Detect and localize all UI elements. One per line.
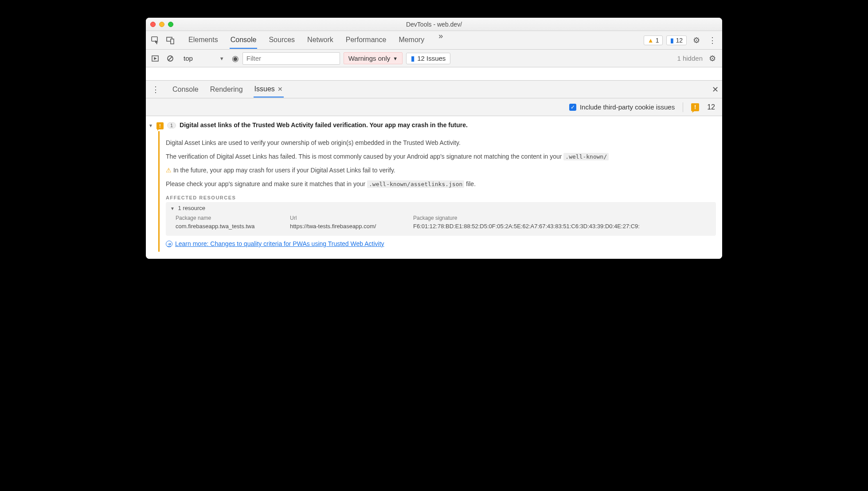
learn-more-link[interactable]: ➜ Learn more: Changes to quality criteri… — [166, 240, 384, 247]
device-toggle-icon[interactable] — [164, 35, 176, 46]
drawer-tab-issues-label: Issues — [254, 85, 275, 93]
svg-rect-2 — [171, 39, 174, 44]
table-row: com.firebaseapp.twa_tests.twa https://tw… — [170, 222, 712, 230]
context-value: top — [184, 55, 193, 62]
issue-occurrence-count: 1 — [167, 122, 176, 129]
issue-paragraph: The verification of Digital Asset Links … — [166, 152, 716, 161]
drawer-tab-console[interactable]: Console — [172, 82, 199, 97]
issues-button-label: 12 Issues — [417, 55, 446, 62]
issue-paragraph: Digital Asset Links are used to verify y… — [166, 138, 716, 148]
issue-title: Digital asset links of the Trusted Web A… — [180, 121, 468, 129]
overflow-tabs-icon[interactable]: » — [436, 31, 446, 49]
issue-severity-icon: ! — [156, 122, 164, 129]
live-expression-icon[interactable]: ◉ — [232, 54, 239, 63]
cell-url: https://twa-tests.firebaseapp.com/ — [290, 223, 405, 230]
third-party-label: Include third-party cookie issues — [580, 103, 675, 111]
hidden-count-label[interactable]: 1 hidden — [677, 55, 703, 62]
cell-package-signature: F6:01:12:78:BD:E1:88:52:D5:0F:05:2A:5E:6… — [413, 223, 712, 230]
devtools-window: DevTools - web.dev/ Elements Console Sou… — [146, 18, 722, 259]
resources-table: Package name Url Package signature com.f… — [170, 214, 712, 230]
drawer-kebab-icon[interactable]: ⋮ — [149, 85, 162, 94]
issues-list: ▼ ! 1 Digital asset links of the Trusted… — [146, 116, 722, 259]
dropdown-caret-icon: ▼ — [393, 56, 398, 61]
column-package-name: Package name — [176, 215, 282, 221]
main-tabs: Elements Console Sources Network Perform… — [188, 31, 640, 49]
issue-header-row[interactable]: ▼ ! 1 Digital asset links of the Trusted… — [146, 120, 722, 131]
close-drawer-icon[interactable]: ✕ — [712, 85, 719, 94]
issue-paragraph: ⚠ In the future, your app may crash for … — [166, 166, 716, 175]
arrow-circle-icon: ➜ — [166, 241, 172, 247]
message-icon: ▮ — [411, 55, 414, 62]
open-issues-button[interactable]: ▮ 12 Issues — [406, 53, 450, 64]
affected-resources-heading: Affected Resources — [166, 195, 716, 200]
warnings-count-pill[interactable]: ▲ 1 — [644, 35, 663, 45]
svg-line-5 — [168, 57, 172, 60]
expand-caret-icon[interactable]: ▼ — [149, 123, 153, 128]
messages-count-pill[interactable]: ▮ 12 — [666, 35, 687, 45]
warning-icon: ▲ — [648, 37, 654, 44]
drawer-tab-issues[interactable]: Issues ✕ — [254, 82, 284, 97]
drawer-tab-rendering[interactable]: Rendering — [209, 82, 244, 97]
clear-console-icon[interactable] — [164, 53, 176, 64]
titlebar: DevTools - web.dev/ — [146, 18, 722, 31]
table-header-row: Package name Url Package signature — [170, 214, 712, 222]
tab-network[interactable]: Network — [306, 31, 334, 49]
learn-more-label: Learn more: Changes to quality criteria … — [175, 240, 384, 247]
issues-toolbar: ✓ Include third-party cookie issues ! 12 — [146, 98, 722, 116]
tab-performance[interactable]: Performance — [345, 31, 387, 49]
separator — [683, 102, 683, 112]
console-filter-bar: top ▼ ◉ Warnings only ▼ ▮ 12 Issues 1 hi… — [146, 50, 722, 67]
tab-elements[interactable]: Elements — [188, 31, 219, 49]
messages-count: 12 — [676, 37, 683, 44]
console-output-area — [146, 67, 722, 81]
column-url: Url — [290, 215, 405, 221]
resource-count-row[interactable]: ▼ 1 resource — [170, 205, 712, 211]
message-icon: ▮ — [670, 37, 674, 44]
column-package-signature: Package signature — [413, 215, 712, 221]
resource-count: 1 resource — [178, 205, 205, 211]
context-selector[interactable]: top ▼ — [180, 53, 228, 64]
filter-input[interactable] — [242, 52, 340, 65]
code-path: .well-known/ — [563, 153, 609, 160]
issue-count: 12 — [707, 103, 715, 111]
issue-details: Digital Asset Links are used to verify y… — [158, 131, 722, 252]
window-title: DevTools - web.dev/ — [146, 21, 722, 28]
svg-rect-0 — [152, 37, 157, 41]
issue-paragraph: Please check your app's signature and ma… — [166, 179, 716, 189]
log-level-selector[interactable]: Warnings only ▼ — [344, 52, 403, 64]
drawer-toolbar: ⋮ Console Rendering Issues ✕ ✕ — [146, 81, 722, 98]
more-kebab-icon[interactable]: ⋮ — [706, 35, 719, 45]
log-level-value: Warnings only — [348, 55, 390, 62]
issue-count-icon: ! — [691, 103, 699, 111]
main-toolbar: Elements Console Sources Network Perform… — [146, 31, 722, 50]
warning-icon: ⚠ — [166, 167, 172, 174]
expand-caret-icon[interactable]: ▼ — [170, 206, 175, 211]
checkbox-checked-icon[interactable]: ✓ — [569, 104, 576, 111]
tab-sources[interactable]: Sources — [268, 31, 296, 49]
inspect-icon[interactable] — [149, 35, 161, 46]
console-settings-gear-icon[interactable]: ⚙ — [706, 54, 719, 63]
tab-memory[interactable]: Memory — [398, 31, 425, 49]
console-sidebar-toggle-icon[interactable] — [149, 53, 161, 64]
third-party-checkbox-row[interactable]: ✓ Include third-party cookie issues — [569, 103, 675, 111]
cell-package-name: com.firebaseapp.twa_tests.twa — [176, 223, 282, 230]
tab-console[interactable]: Console — [230, 31, 258, 49]
settings-gear-icon[interactable]: ⚙ — [690, 35, 703, 45]
affected-resources-box: ▼ 1 resource Package name Url Package si… — [166, 202, 716, 236]
close-tab-icon[interactable]: ✕ — [278, 86, 283, 93]
warnings-count: 1 — [656, 37, 659, 44]
code-path: .well-known/assetlinks.json — [367, 180, 464, 188]
dropdown-caret-icon: ▼ — [219, 56, 224, 61]
